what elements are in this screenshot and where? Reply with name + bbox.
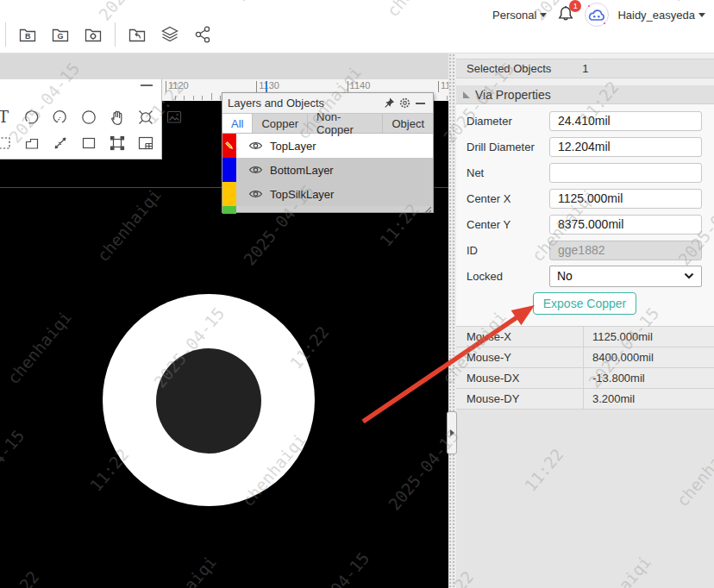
- easyeda-pcb-editor: B G Personal: [0, 0, 714, 588]
- layers-panel-title: Layers and Objects: [228, 97, 381, 109]
- svg-text:B: B: [25, 32, 31, 41]
- ruler-tick: [202, 96, 203, 100]
- drill-diameter-input[interactable]: [549, 137, 702, 157]
- form-row-net: Net: [456, 160, 714, 185]
- layers-and-objects-panel: Layers and Objects All Copper Non-Copper…: [222, 92, 434, 213]
- personal-dropdown[interactable]: Personal: [492, 9, 547, 22]
- diameter-input[interactable]: [549, 111, 702, 131]
- table-row-mouse-dx: Mouse-DX -13.800mil: [456, 368, 714, 389]
- layer-name: TopSilkLayer: [270, 188, 334, 201]
- layers-icon[interactable]: [159, 23, 181, 46]
- group-tool-icon[interactable]: [107, 133, 128, 153]
- tab-non-copper[interactable]: Non-Copper: [308, 114, 383, 133]
- ruler-tick: [166, 81, 166, 92]
- locked-select-value: No: [557, 269, 573, 283]
- select-area-tool-icon[interactable]: [0, 133, 14, 153]
- layer-color-swatch[interactable]: [222, 182, 236, 206]
- table-row-mouse-dy: Mouse-DY 3.200mil: [456, 389, 714, 410]
- pin-icon[interactable]: [381, 96, 397, 111]
- measure-tool-icon[interactable]: [50, 133, 71, 153]
- chevron-down-icon: [540, 13, 547, 17]
- locked-select[interactable]: No: [549, 266, 702, 287]
- form-row-center-x: Center X: [456, 185, 714, 211]
- share-icon[interactable]: [191, 23, 214, 46]
- field-label: Center X: [467, 192, 549, 205]
- ruler-tick: [175, 96, 176, 100]
- layer-color-swatch[interactable]: [222, 134, 236, 158]
- panel-splitter[interactable]: [448, 53, 456, 588]
- cloud-logo-icon: [587, 8, 606, 22]
- center-y-input[interactable]: [549, 215, 702, 235]
- folder-origin-icon[interactable]: [82, 23, 104, 46]
- form-row-diameter: Diameter: [456, 108, 714, 134]
- svg-text:G: G: [58, 32, 64, 41]
- ruler-tick: [256, 81, 257, 92]
- properties-panel: Selected Objects 1 Via Properties Diamet…: [456, 53, 714, 588]
- via-properties-form: Diameter Drill Diameter Net Center X Cen…: [456, 104, 714, 326]
- text-tool-icon[interactable]: T: [0, 107, 14, 128]
- solid-region-tool-icon[interactable]: [22, 133, 42, 153]
- image-tool-icon[interactable]: [164, 107, 185, 128]
- layer-row-toplayer[interactable]: TopLayer: [222, 134, 433, 158]
- top-header: B G Personal: [0, 0, 714, 53]
- table-row-mouse-x: Mouse-X 1125.000mil: [456, 327, 714, 347]
- mouse-row-label: Mouse-Y: [456, 351, 583, 364]
- toolbar-divider: [115, 22, 116, 47]
- eye-icon[interactable]: [248, 141, 263, 151]
- ruler-cursor-caret: [266, 81, 267, 92]
- panelize-tool-icon[interactable]: [135, 133, 156, 153]
- section-title: Via Properties: [475, 88, 551, 102]
- drag-hand-tool-icon[interactable]: [107, 107, 128, 128]
- tab-copper[interactable]: Copper: [253, 114, 308, 133]
- toolbox-minimize-button[interactable]: [141, 84, 153, 86]
- connect-pad-tool-icon[interactable]: [135, 107, 156, 128]
- layer-color-swatch[interactable]: [222, 158, 236, 182]
- panel-minimize-button[interactable]: [412, 96, 428, 111]
- form-row-drill-diameter: Drill Diameter: [456, 134, 714, 160]
- active-layer-pencil-icon: [224, 141, 235, 152]
- notifications-button[interactable]: 1: [555, 3, 576, 26]
- circle-tool-icon[interactable]: [78, 107, 99, 128]
- ruler-label: 1140: [350, 80, 371, 91]
- field-label: Drill Diameter: [467, 141, 549, 153]
- username-dropdown[interactable]: Haidy_easyeda: [617, 9, 705, 22]
- field-label: ID: [467, 244, 549, 257]
- mouse-row-value: 8400.000mil: [583, 347, 714, 368]
- rect-tool-icon[interactable]: [78, 133, 99, 153]
- via-object[interactable]: [103, 294, 315, 506]
- canvas-top-strip: [0, 53, 448, 79]
- workspace: 1120113011401150 T: [0, 53, 714, 588]
- tab-object[interactable]: Object: [383, 114, 433, 133]
- form-row-center-y: Center Y: [456, 211, 714, 237]
- field-label: Center Y: [467, 218, 549, 231]
- tab-all[interactable]: All: [222, 114, 253, 133]
- selected-objects-bar: Selected Objects 1: [456, 59, 714, 78]
- selected-objects-count: 1: [582, 62, 588, 75]
- layer-name: TopLayer: [270, 140, 316, 153]
- mouse-row-label: Mouse-DY: [456, 392, 583, 405]
- center-x-input[interactable]: [549, 189, 702, 209]
- gear-icon[interactable]: [397, 96, 412, 111]
- ruler-tick: [348, 81, 348, 92]
- collapse-arrow-icon: [450, 429, 454, 436]
- via-properties-header[interactable]: Via Properties: [456, 85, 714, 104]
- eye-icon[interactable]: [248, 189, 263, 199]
- eye-icon[interactable]: [248, 165, 263, 175]
- arc-tool-icon[interactable]: [22, 107, 42, 128]
- import-back-icon[interactable]: [126, 23, 148, 46]
- net-input[interactable]: [549, 163, 702, 183]
- pcb-canvas[interactable]: 1120113011401150 T: [0, 53, 448, 588]
- layer-row-bottomlayer[interactable]: BottomLayer: [222, 158, 433, 182]
- arc-center-tool-icon[interactable]: [50, 107, 71, 128]
- expose-copper-button[interactable]: Expose Copper: [533, 292, 636, 315]
- folder-b-icon[interactable]: B: [16, 23, 39, 46]
- ruler-tick: [438, 81, 439, 92]
- pcb-tools-toolbar: T: [0, 79, 162, 160]
- panel-resize-grip[interactable]: [423, 202, 432, 211]
- avatar[interactable]: [585, 3, 609, 27]
- panel-collapse-handle[interactable]: [447, 411, 457, 454]
- field-label: Locked: [467, 270, 549, 283]
- folder-g-icon[interactable]: G: [49, 23, 72, 46]
- header-toolbar: B G: [5, 22, 214, 47]
- layer-row-topsilklayer[interactable]: TopSilkLayer: [222, 182, 433, 206]
